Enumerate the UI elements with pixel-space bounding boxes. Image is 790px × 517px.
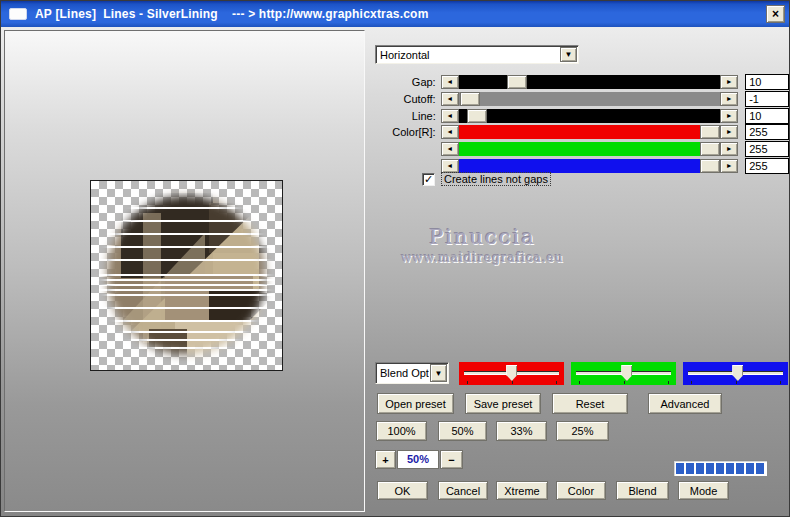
blue-slider[interactable]: ◄ ► [441,159,739,173]
preview-canvas[interactable] [90,180,283,371]
slider-left-arrow-icon[interactable]: ◄ [441,109,459,123]
slider-track[interactable] [459,109,721,123]
progress-segment [756,463,764,474]
preview-panel [4,30,365,512]
window-icon [9,8,27,20]
ok-button[interactable]: OK [377,481,428,500]
tick-mark [780,381,781,384]
progress-segment [686,463,694,474]
cutoff-value[interactable]: -1 [745,91,789,107]
slider-track[interactable] [459,142,721,156]
slider-row-color-g: ◄ ► 255 [375,141,789,157]
blue-value[interactable]: 255 [745,158,789,174]
plugin-dialog-window: AP [Lines] Lines - SilverLining --- > ht… [0,0,790,517]
chevron-down-icon[interactable]: ▼ [430,364,447,382]
slider-row-cutoff: Cutoff: ◄ ► -1 [375,91,789,107]
zoom-level-field[interactable]: 50% [397,450,439,469]
watermark-title: Pinuccia [375,225,590,249]
blue-channel-trackbar[interactable] [683,362,788,385]
progress-segment [736,463,744,474]
tick-mark [467,381,468,384]
trackbar-thumb[interactable] [732,365,743,381]
reset-button[interactable]: Reset [552,393,628,414]
save-preset-button[interactable]: Save preset [465,393,541,414]
color-button[interactable]: Color [556,481,606,500]
slider-thumb[interactable] [700,125,720,139]
slider-track[interactable] [459,159,721,173]
slider-left-arrow-icon[interactable]: ◄ [441,159,459,173]
zoom-33-button[interactable]: 33% [496,421,547,441]
progress-segment [716,463,724,474]
slider-left-arrow-icon[interactable]: ◄ [441,142,459,156]
progress-segment [676,463,684,474]
progress-bar [673,460,768,477]
watermark: Pinuccia www.maidiregrafica.eu [375,225,590,265]
blend-button[interactable]: Blend [616,481,669,500]
cutoff-slider[interactable]: ◄ ► [441,92,739,106]
slider-thumb[interactable] [700,159,720,173]
slider-left-arrow-icon[interactable]: ◄ [441,75,459,89]
gap-value[interactable]: 10 [745,74,789,90]
zoom-out-button[interactable]: − [440,450,463,469]
tick-mark [512,381,513,384]
slider-left-arrow-icon[interactable]: ◄ [441,92,459,106]
xtreme-button[interactable]: Xtreme [496,481,548,500]
slider-thumb[interactable] [467,109,487,123]
blend-options-dropdown[interactable]: Blend Options ▼ [375,362,449,384]
open-preset-button[interactable]: Open preset [377,393,454,414]
trackbar-thumb[interactable] [506,365,517,381]
create-lines-checkbox[interactable]: ✓ [422,173,435,186]
slider-right-arrow-icon[interactable]: ► [720,75,738,89]
zoom-50-button[interactable]: 50% [438,421,487,441]
slider-right-arrow-icon[interactable]: ► [720,142,738,156]
gap-slider[interactable]: ◄ ► [441,75,739,89]
close-icon[interactable]: × [766,5,785,23]
slider-label: Line: [375,110,441,122]
tick-mark [624,381,625,384]
slider-row-gap: Gap: ◄ ► 10 [375,74,789,90]
slider-right-arrow-icon[interactable]: ► [720,125,738,139]
slider-label: Cutoff: [375,93,441,105]
slider-label: Gap: [375,76,441,88]
slider-track[interactable] [459,75,721,89]
chevron-down-icon[interactable]: ▼ [560,47,577,62]
window-title: AP [Lines] Lines - SilverLining --- > ht… [35,7,429,21]
green-value[interactable]: 255 [745,141,789,157]
direction-dropdown-value: Horizontal [376,49,559,61]
red-channel-trackbar[interactable] [459,362,564,385]
direction-dropdown[interactable]: Horizontal ▼ [375,45,579,64]
line-slider[interactable]: ◄ ► [441,109,739,123]
mode-button[interactable]: Mode [678,481,729,500]
red-slider[interactable]: ◄ ► [441,125,739,139]
progress-segment [726,463,734,474]
green-channel-trackbar[interactable] [571,362,676,385]
red-value[interactable]: 255 [745,124,789,140]
preview-image [91,181,282,370]
titlebar[interactable]: AP [Lines] Lines - SilverLining --- > ht… [1,1,789,27]
create-lines-checkbox-label[interactable]: Create lines not gaps [441,172,551,186]
zoom-in-button[interactable]: + [375,450,396,469]
tick-mark [579,381,580,384]
slider-right-arrow-icon[interactable]: ► [720,159,738,173]
slider-track[interactable] [459,92,721,106]
blend-options-value: Blend Options [376,367,429,379]
slider-thumb[interactable] [700,142,720,156]
watermark-url: www.maidiregrafica.eu [375,251,590,265]
slider-left-arrow-icon[interactable]: ◄ [441,125,459,139]
slider-right-arrow-icon[interactable]: ► [720,92,738,106]
tick-mark [691,381,692,384]
slider-label: Color[R]: [375,126,441,138]
zoom-100-button[interactable]: 100% [376,421,427,441]
slider-right-arrow-icon[interactable]: ► [720,109,738,123]
slider-thumb[interactable] [507,75,527,89]
create-lines-checkbox-row: ✓ Create lines not gaps [422,172,551,186]
trackbar-thumb[interactable] [621,365,632,381]
line-value[interactable]: 10 [745,108,789,124]
zoom-25-button[interactable]: 25% [556,421,609,441]
slider-track[interactable] [459,125,721,139]
slider-thumb[interactable] [460,92,480,106]
cancel-button[interactable]: Cancel [438,481,488,500]
tick-mark [556,381,557,384]
green-slider[interactable]: ◄ ► [441,142,739,156]
advanced-button[interactable]: Advanced [648,393,722,414]
